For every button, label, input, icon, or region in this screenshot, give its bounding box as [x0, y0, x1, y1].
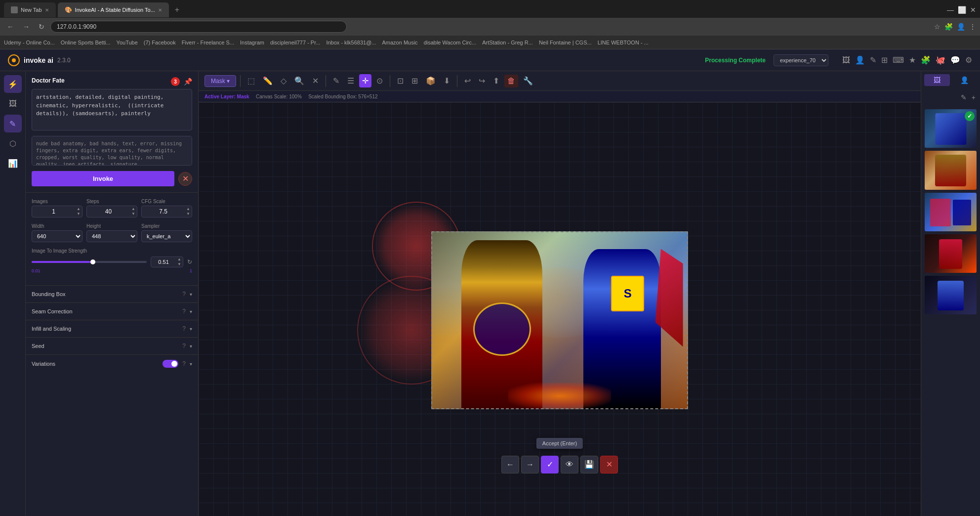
- forward-button[interactable]: →: [20, 22, 33, 32]
- bookmark-udemy[interactable]: Udemy - Online Co...: [4, 40, 55, 45]
- steps-down[interactable]: ▼: [130, 212, 137, 216]
- bookmark-amazon[interactable]: Amazon Music: [382, 40, 417, 45]
- refresh-button[interactable]: ↻: [36, 22, 47, 32]
- bookmark-webtoon[interactable]: LINE WEBTOON - ...: [598, 40, 649, 45]
- cfg-down[interactable]: ▼: [185, 212, 192, 216]
- strength-up[interactable]: ▲: [176, 257, 183, 262]
- bookmark-facebook[interactable]: (7) Facebook: [144, 40, 176, 45]
- bookmark-sports[interactable]: Online Sports Betti...: [61, 40, 111, 45]
- seam-chevron-icon[interactable]: ▾: [190, 309, 192, 314]
- edit-icon[interactable]: ✎: [870, 55, 876, 65]
- model-select[interactable]: experience_70: [774, 54, 828, 66]
- positive-prompt-input[interactable]: artstation, detailed, digital painting, …: [32, 89, 192, 130]
- gallery-item-5[interactable]: [924, 275, 977, 315]
- seed-header[interactable]: Seed ? ▾: [26, 338, 198, 354]
- move-tool-btn[interactable]: ⬚: [245, 74, 258, 87]
- strength-value-input[interactable]: [151, 258, 176, 266]
- settings-header-icon[interactable]: ⚙: [965, 55, 972, 65]
- variations-toggle[interactable]: [163, 360, 178, 368]
- sidebar-item-nodes[interactable]: ⬡: [4, 134, 22, 152]
- infill-header[interactable]: Infill and Scaling ? ▾: [26, 320, 198, 337]
- mask-button[interactable]: Mask ▾: [204, 75, 236, 87]
- grid-icon[interactable]: ⊞: [881, 55, 888, 65]
- add-tool-btn[interactable]: ✛: [359, 74, 371, 87]
- close-icon[interactable]: ✕: [45, 7, 49, 13]
- bookmark-inbox[interactable]: Inbox - klk56831@...: [326, 40, 376, 45]
- bookmark-disciple[interactable]: discipleneil777 - Pr...: [270, 40, 321, 45]
- sidebar-item-canvas[interactable]: ✎: [4, 115, 22, 132]
- download-tool-btn[interactable]: ⬇: [441, 74, 453, 87]
- gallery-item-2[interactable]: [924, 150, 977, 190]
- cfg-input[interactable]: [142, 206, 185, 217]
- variations-header[interactable]: Variations ? ▾: [26, 355, 198, 373]
- gallery-item-1[interactable]: ✓: [924, 109, 977, 148]
- bookmark-neil[interactable]: Neil Fontaine | CGS...: [539, 40, 592, 45]
- minimize-icon[interactable]: —: [947, 6, 954, 14]
- canvas-area[interactable]: S Accept (Enter) ← → ✓: [199, 102, 921, 516]
- images-up[interactable]: ▲: [75, 207, 82, 212]
- bookmark-fiverr[interactable]: Fiverr - Freelance S...: [182, 40, 234, 45]
- steps-up[interactable]: ▲: [130, 207, 137, 212]
- github-icon[interactable]: 🐙: [936, 55, 945, 65]
- save-button[interactable]: 💾: [580, 456, 598, 473]
- variations-chevron-icon[interactable]: ▾: [190, 361, 192, 367]
- redo-btn[interactable]: ↪: [476, 74, 488, 87]
- infill-help-icon[interactable]: ?: [182, 325, 186, 332]
- star-icon[interactable]: ★: [909, 55, 916, 65]
- sidebar-item-images[interactable]: 🖼: [4, 95, 22, 113]
- close-window-icon[interactable]: ✕: [970, 6, 976, 14]
- undo-btn[interactable]: ↩: [461, 74, 474, 87]
- sidebar-item-generate[interactable]: ⚡: [4, 75, 22, 93]
- images-down[interactable]: ▼: [75, 212, 82, 216]
- cfg-up[interactable]: ▲: [185, 207, 192, 212]
- profile-icon[interactable]: 👤: [957, 23, 965, 31]
- seed-help-icon[interactable]: ?: [182, 343, 186, 349]
- seam-correction-header[interactable]: Seam Correction ? ▾: [26, 303, 198, 320]
- zoom-tool-btn[interactable]: 🔍: [291, 74, 307, 87]
- discard-button[interactable]: ✕: [600, 456, 618, 473]
- more-icon[interactable]: ⋮: [969, 23, 976, 31]
- close-icon-tab[interactable]: ✕: [158, 7, 162, 13]
- discord-icon[interactable]: 💬: [950, 55, 960, 65]
- invoke-button[interactable]: Invoke: [32, 171, 174, 186]
- negative-prompt-input[interactable]: nude bad anatomy, bad hands, text, error…: [32, 136, 192, 166]
- circle-tool-btn[interactable]: ⊙: [373, 74, 386, 87]
- bookmark-instagram[interactable]: Instagram: [240, 40, 264, 45]
- bookmark-youtube[interactable]: YouTube: [117, 40, 138, 45]
- tab-invoke[interactable]: 🎨 InvokeAI - A Stable Diffusion To... ✕: [58, 2, 169, 17]
- extensions2-icon[interactable]: 🧩: [921, 55, 931, 65]
- bounding-box-help-icon[interactable]: ?: [182, 291, 186, 298]
- height-select[interactable]: 448: [87, 231, 137, 242]
- upload-btn[interactable]: ⬆: [490, 74, 502, 87]
- width-select[interactable]: 640: [32, 231, 82, 242]
- bounding-box-chevron-icon[interactable]: ▾: [190, 292, 192, 297]
- gallery-tab[interactable]: 🖼: [924, 74, 950, 86]
- strength-track[interactable]: [32, 261, 147, 263]
- right-plus-icon[interactable]: +: [970, 92, 977, 103]
- right-tab2[interactable]: 👤: [952, 74, 978, 86]
- bounding-box-header[interactable]: Bounding Box ? ▾: [26, 286, 198, 302]
- infill-chevron-icon[interactable]: ▾: [190, 326, 192, 332]
- image-icon[interactable]: 🖼: [842, 56, 850, 65]
- eraser-tool-btn[interactable]: ◇: [278, 74, 289, 87]
- strength-reset-icon[interactable]: ↻: [187, 258, 192, 265]
- images-input[interactable]: [32, 206, 75, 217]
- gallery-item-4[interactable]: [924, 234, 977, 273]
- variations-help-icon[interactable]: ?: [182, 360, 186, 367]
- prev-button[interactable]: ←: [501, 456, 519, 473]
- bookmark-wacom[interactable]: disable Wacom Circ...: [424, 40, 477, 45]
- gallery-item-3[interactable]: [924, 192, 977, 232]
- keyboard-icon[interactable]: ⌨: [893, 55, 904, 65]
- pin-icon[interactable]: 📌: [184, 78, 192, 86]
- new-tab-button[interactable]: +: [171, 4, 183, 15]
- grid2-tool-btn[interactable]: ⊞: [408, 74, 421, 87]
- person-icon[interactable]: 👤: [855, 55, 865, 65]
- seam-help-icon[interactable]: ?: [182, 308, 186, 315]
- address-bar[interactable]: 127.0.0.1:9090: [50, 21, 347, 33]
- right-edit-icon[interactable]: ✎: [959, 92, 968, 103]
- close-tool-btn[interactable]: ✕: [309, 74, 322, 87]
- sidebar-item-training[interactable]: 📊: [4, 154, 22, 172]
- tab-newtab[interactable]: New Tab ✕: [4, 2, 56, 17]
- brush-tool-btn[interactable]: ✏️: [260, 74, 276, 87]
- extensions-icon[interactable]: 🧩: [944, 23, 953, 31]
